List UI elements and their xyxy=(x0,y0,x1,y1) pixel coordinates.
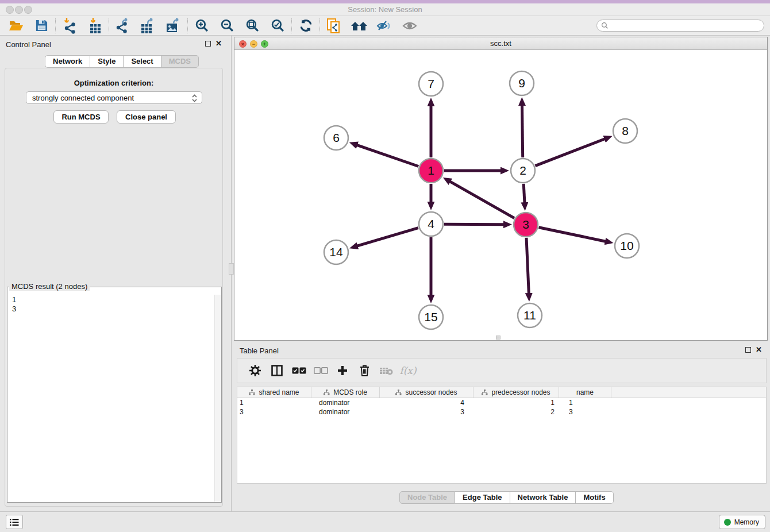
run-mcds-button[interactable]: Run MCDS xyxy=(53,110,109,124)
table-cell[interactable]: 1 xyxy=(559,398,611,407)
tab-edge-table[interactable]: Edge Table xyxy=(455,491,510,504)
graph-edge-4-14[interactable] xyxy=(357,228,418,246)
node-label: 8 xyxy=(622,124,629,137)
float-panel-icon[interactable] xyxy=(205,41,211,47)
graph-edge-2-3[interactable] xyxy=(523,184,525,203)
graph-node-4[interactable]: 4 xyxy=(419,212,443,236)
clone-network-button[interactable] xyxy=(321,17,346,34)
export-network-button[interactable] xyxy=(110,17,136,34)
graph-node-2[interactable]: 2 xyxy=(511,159,535,183)
tab-style[interactable]: Style xyxy=(90,55,124,68)
canvas-resize-grip[interactable] xyxy=(496,336,500,340)
clone-network-icon xyxy=(326,18,341,34)
graph-node-15[interactable]: 15 xyxy=(419,305,443,329)
network-canvas[interactable]: 1234678910111415 xyxy=(234,50,767,340)
network-window-titlebar[interactable]: × − + scc.txt xyxy=(234,37,767,50)
graph-edge-3-11[interactable] xyxy=(526,238,529,294)
close-panel-icon[interactable]: ✕ xyxy=(215,41,222,47)
tab-node-table[interactable]: Node Table xyxy=(399,491,455,504)
close-window-button[interactable] xyxy=(6,6,14,14)
column-header-predecessor-nodes[interactable]: predecessor nodes xyxy=(473,387,559,398)
hide-selected-button[interactable] xyxy=(372,17,397,34)
table-cell[interactable]: 3 xyxy=(237,407,311,417)
tab-mcds[interactable]: MCDS xyxy=(161,55,199,68)
table-cell[interactable]: dominator xyxy=(311,398,380,407)
table-cell[interactable]: dominator xyxy=(311,407,380,417)
delete-column-button[interactable] xyxy=(353,361,375,380)
network-close-button[interactable]: × xyxy=(239,40,247,48)
graph-edge-3-1[interactable] xyxy=(450,182,514,218)
zoom-out-button[interactable] xyxy=(214,17,240,34)
zoom-fit-button[interactable] xyxy=(240,17,265,34)
maximize-window-button[interactable] xyxy=(24,6,32,14)
graph-node-6[interactable]: 6 xyxy=(324,126,348,150)
import-network-button[interactable] xyxy=(57,17,82,34)
show-all-button[interactable] xyxy=(397,17,422,34)
minimize-window-button[interactable] xyxy=(15,6,23,14)
table-cell[interactable]: 1 xyxy=(237,398,311,407)
tab-network[interactable]: Network xyxy=(45,55,90,68)
table-cell[interactable]: 1 xyxy=(473,398,559,407)
save-session-button[interactable] xyxy=(29,17,54,34)
graph-node-9[interactable]: 9 xyxy=(510,71,534,95)
graph-edge-3-10[interactable] xyxy=(539,228,606,241)
tab-network-table[interactable]: Network Table xyxy=(510,491,576,504)
zoom-fit-icon xyxy=(245,18,260,33)
close-panel-button[interactable]: Close panel xyxy=(117,110,176,124)
graph-edge-1-6[interactable] xyxy=(357,145,418,166)
deselect-all-button[interactable] xyxy=(310,361,332,380)
zoom-selected-button[interactable] xyxy=(265,17,290,34)
toolbar-separator xyxy=(55,18,56,33)
column-header-successor-nodes[interactable]: successor nodes xyxy=(380,387,473,398)
graph-node-7[interactable]: 7 xyxy=(419,72,443,96)
first-neighbors-button[interactable] xyxy=(346,17,372,34)
export-image-icon xyxy=(165,18,182,34)
graph-edge-2-9[interactable] xyxy=(522,105,523,157)
column-header-name[interactable]: name xyxy=(559,387,611,398)
network-graph[interactable]: 1234678910111415 xyxy=(234,50,767,340)
column-layout-button[interactable] xyxy=(266,361,288,380)
criterion-select[interactable]: strongly connected component xyxy=(26,91,202,104)
table-cell[interactable]: 4 xyxy=(380,398,473,407)
table-row[interactable]: 1dominator411 xyxy=(237,398,766,407)
graph-edge-2-8[interactable] xyxy=(535,139,605,166)
graph-node-14[interactable]: 14 xyxy=(324,240,348,264)
export-table-button[interactable] xyxy=(136,17,161,34)
refresh-icon xyxy=(299,18,313,33)
task-history-button[interactable] xyxy=(6,515,23,529)
graph-node-3[interactable]: 3 xyxy=(514,213,538,237)
hierarchy-icon xyxy=(482,390,488,395)
table-cell[interactable]: 3 xyxy=(380,407,473,417)
graph-node-10[interactable]: 10 xyxy=(615,234,639,258)
search-input[interactable] xyxy=(596,20,764,32)
table-cell[interactable]: 3 xyxy=(559,407,611,417)
column-header-mcds-role[interactable]: MCDS role xyxy=(311,387,380,398)
network-zoom-button[interactable]: + xyxy=(261,40,268,48)
result-scrollbar[interactable] xyxy=(214,295,221,502)
export-image-button[interactable] xyxy=(161,17,186,34)
memory-button[interactable]: Memory xyxy=(719,515,765,529)
close-table-panel-icon[interactable]: ✕ xyxy=(756,347,762,353)
graph-node-1[interactable]: 1 xyxy=(419,159,443,183)
graph-edge-4-3[interactable] xyxy=(444,224,504,225)
table-row[interactable]: 3dominator323 xyxy=(237,407,766,417)
graph-node-11[interactable]: 11 xyxy=(518,303,542,327)
tab-select[interactable]: Select xyxy=(124,55,161,68)
table-body: 1dominator4113dominator323 xyxy=(237,398,766,417)
graph-node-8[interactable]: 8 xyxy=(613,119,637,143)
add-column-button[interactable] xyxy=(332,361,353,380)
open-file-button[interactable] xyxy=(3,17,29,34)
node-table[interactable]: shared nameMCDS rolesuccessor nodesprede… xyxy=(237,387,767,484)
tab-motifs[interactable]: Motifs xyxy=(576,491,613,504)
column-header-shared-name[interactable]: shared name xyxy=(237,387,311,398)
panel-divider-grip[interactable] xyxy=(229,263,234,275)
mcds-result-box[interactable]: 1 3 xyxy=(7,287,222,503)
table-cell[interactable]: 2 xyxy=(473,407,559,417)
refresh-button[interactable] xyxy=(293,17,318,34)
select-all-button[interactable] xyxy=(288,361,310,380)
import-table-button[interactable] xyxy=(82,17,107,34)
zoom-in-button[interactable] xyxy=(189,17,214,34)
float-table-panel-icon[interactable] xyxy=(745,347,751,353)
network-minimize-button[interactable]: − xyxy=(250,40,257,48)
table-settings-button[interactable] xyxy=(244,361,266,380)
